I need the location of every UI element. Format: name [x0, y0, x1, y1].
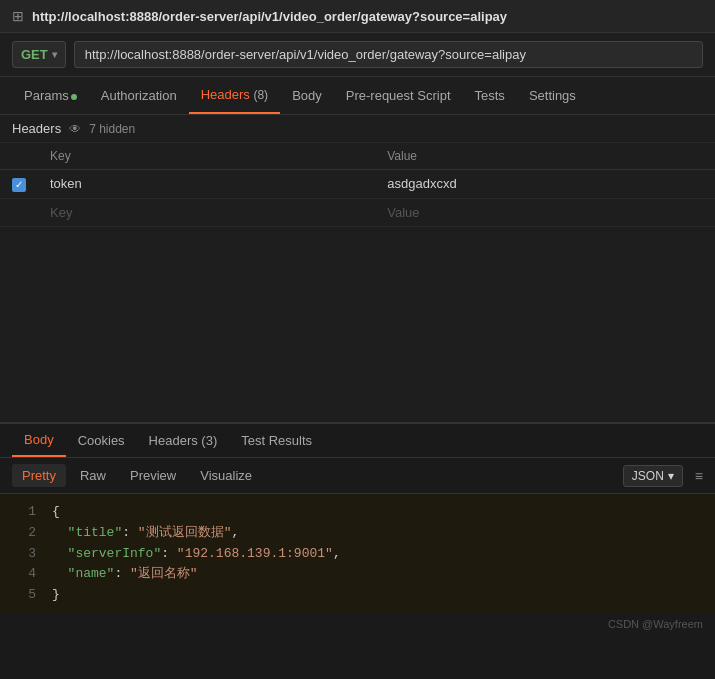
json-line-2: 2 "title": "测试返回数据",	[0, 523, 715, 544]
row-value[interactable]: asdgadxcxd	[375, 170, 715, 199]
title-url: http://localhost:8888/order-server/api/v…	[32, 9, 507, 24]
tab-tests[interactable]: Tests	[463, 78, 517, 113]
sub-tab-raw[interactable]: Raw	[70, 464, 116, 487]
title-bar: ⊞ http://localhost:8888/order-server/api…	[0, 0, 715, 33]
json-line-4: 4 "name": "返回名称"	[0, 564, 715, 585]
format-value: JSON	[632, 469, 664, 483]
tab-pre-request[interactable]: Pre-request Script	[334, 78, 463, 113]
json-line-1: 1 {	[0, 502, 715, 523]
sub-tab-pretty[interactable]: Pretty	[12, 464, 66, 487]
response-tabs-row: Body Cookies Headers (3) Test Results	[0, 424, 715, 458]
row-checkbox-cell[interactable]: ✓	[0, 170, 38, 199]
request-bar: GET ▾	[0, 33, 715, 77]
line-num-5: 5	[8, 585, 36, 606]
method-label: GET	[21, 47, 48, 62]
response-tab-test-results[interactable]: Test Results	[229, 425, 324, 456]
empty-key[interactable]: Key	[38, 198, 375, 226]
response-tab-body[interactable]: Body	[12, 424, 66, 457]
line-num-2: 2	[8, 523, 36, 544]
col-check	[0, 143, 38, 170]
watermark: CSDN @Wayfreem	[0, 614, 715, 634]
title-icon: ⊞	[12, 8, 24, 24]
response-sub-tabs: Pretty Raw Preview Visualize JSON ▾ ≡	[0, 458, 715, 494]
hidden-count: 7 hidden	[89, 122, 135, 136]
method-select[interactable]: GET ▾	[12, 41, 66, 68]
row-key[interactable]: token	[38, 170, 375, 199]
empty-value[interactable]: Value	[375, 198, 715, 226]
tab-body[interactable]: Body	[280, 78, 334, 113]
empty-table-row: Key Value	[0, 198, 715, 226]
format-chevron: ▾	[668, 469, 674, 483]
line-num-3: 3	[8, 544, 36, 565]
json-line-5: 5 }	[0, 585, 715, 606]
table-row: ✓ token asdgadxcxd	[0, 170, 715, 199]
headers-label: Headers	[12, 121, 61, 136]
json-line-3: 3 "serverInfo": "192.168.139.1:9001",	[0, 544, 715, 565]
headers-table: Key Value ✓ token asdgadxcxd Key Value	[0, 143, 715, 227]
response-tab-headers[interactable]: Headers (3)	[137, 425, 230, 456]
sub-tab-preview[interactable]: Preview	[120, 464, 186, 487]
col-value: Value	[375, 143, 715, 170]
tab-headers[interactable]: Headers (8)	[189, 77, 280, 114]
sub-tab-visualize[interactable]: Visualize	[190, 464, 262, 487]
line-num-4: 4	[8, 564, 36, 585]
tab-params[interactable]: Params	[12, 78, 89, 113]
params-dot	[71, 94, 77, 100]
eye-icon[interactable]: 👁	[69, 122, 81, 136]
url-input[interactable]	[74, 41, 703, 68]
empty-checkbox-cell	[0, 198, 38, 226]
headers-badge: (8)	[253, 88, 268, 102]
method-chevron: ▾	[52, 49, 57, 60]
tabs-row: Params Authorization Headers (8) Body Pr…	[0, 77, 715, 115]
empty-space	[0, 227, 715, 423]
filter-icon[interactable]: ≡	[695, 468, 703, 484]
tab-settings[interactable]: Settings	[517, 78, 588, 113]
tab-authorization[interactable]: Authorization	[89, 78, 189, 113]
response-tab-cookies[interactable]: Cookies	[66, 425, 137, 456]
format-select[interactable]: JSON ▾	[623, 465, 683, 487]
headers-subsection: Headers 👁 7 hidden	[0, 115, 715, 143]
line-num-1: 1	[8, 502, 36, 523]
col-key: Key	[38, 143, 375, 170]
checkbox-checked[interactable]: ✓	[12, 178, 26, 192]
response-section: Body Cookies Headers (3) Test Results Pr…	[0, 422, 715, 634]
json-output: 1 { 2 "title": "测试返回数据", 3 "serverInfo":…	[0, 494, 715, 614]
